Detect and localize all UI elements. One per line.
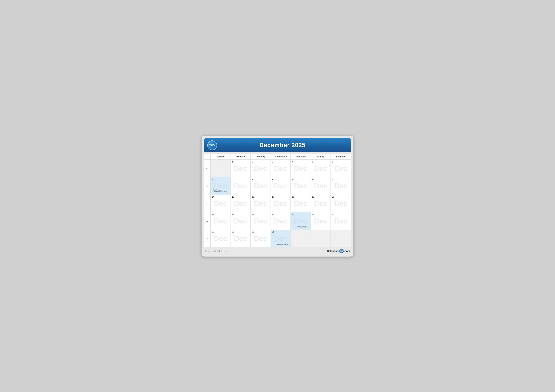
day-cell[interactable]: 21Dec (211, 212, 231, 230)
watermark-text: Dec (234, 234, 247, 243)
watermark-text: Dec (234, 217, 247, 225)
day-cell[interactable]: 22Dec (231, 212, 251, 230)
watermark-text: Dec (254, 217, 267, 225)
watermark-text: Dec (334, 199, 347, 208)
calendar-week-row: 5221Dec22Dec23Dec24Dec25DecChristmas Day… (204, 212, 351, 230)
footer-brand-prefix: Calendar- (327, 250, 339, 253)
calendar-container: SundayMondayTuesdayWednesdayThursdayFrid… (204, 154, 351, 247)
day-number: 9 (252, 178, 269, 180)
watermark-text: Dec (314, 164, 327, 173)
watermark-text: Dec (254, 182, 267, 190)
day-number: 28 (212, 231, 229, 233)
day-number: 29 (232, 231, 249, 233)
watermark-text: Dec (314, 199, 327, 208)
day-cell[interactable]: 16Dec (251, 195, 271, 212)
day-number: 21 (212, 213, 229, 216)
day-number: 7 (212, 178, 229, 180)
day-number: 14 (212, 196, 229, 198)
week-number-cell: 52 (204, 212, 211, 230)
day-cell[interactable]: 8Dec (231, 177, 251, 195)
day-cell[interactable]: 4Dec (291, 160, 311, 177)
watermark-text: Dec (214, 199, 227, 208)
day-header-tuesday: Tuesday (251, 154, 271, 159)
day-cell[interactable]: 27Dec (331, 212, 351, 230)
day-cell[interactable] (331, 230, 351, 247)
day-cell[interactable]: 18Dec (291, 195, 311, 212)
calendar-week-row: 128Dec29Dec30Dec31DecNew Year's Eve (204, 230, 351, 247)
calendar-body: 491Dec2Dec3Dec4Dec5Dec6Dec507DecPearl Ha… (204, 160, 351, 247)
day-cell[interactable] (311, 230, 331, 247)
day-number: 10 (272, 178, 289, 180)
day-cell[interactable]: 25DecChristmas Day (291, 212, 311, 230)
day-number: 13 (332, 178, 350, 180)
day-number: 26 (312, 213, 329, 216)
footer: December 2025 Calendar Calendar- 365 .co… (204, 247, 351, 254)
day-cell[interactable]: 10Dec (271, 177, 291, 195)
day-number: 27 (332, 213, 350, 216)
day-number: 1 (232, 161, 249, 163)
watermark-text: Dec (294, 164, 307, 173)
day-header-wednesday: Wednesday (271, 154, 291, 159)
day-cell[interactable]: 31DecNew Year's Eve (271, 230, 291, 247)
watermark-text: Dec (254, 234, 267, 243)
watermark-text: Dec (294, 217, 307, 225)
day-number: 15 (232, 196, 249, 198)
watermark-text: Dec (214, 217, 227, 225)
day-cell[interactable]: 1Dec (231, 160, 251, 177)
day-cell[interactable]: 26Dec (311, 212, 331, 230)
footer-left-text: December 2025 Calendar (205, 250, 227, 252)
watermark-text: Dec (254, 199, 267, 208)
day-cell[interactable]: 29Dec (231, 230, 251, 247)
day-cell[interactable]: 3Dec (271, 160, 291, 177)
day-cell[interactable]: 30Dec (251, 230, 271, 247)
day-cell[interactable]: 7DecPearl Harbor Remembrance Day (211, 177, 231, 195)
watermark-text: Dec (274, 199, 287, 208)
watermark-text: Dec (254, 164, 267, 173)
day-headers-row: SundayMondayTuesdayWednesdayThursdayFrid… (204, 154, 351, 160)
day-cell[interactable]: 28Dec (211, 230, 231, 247)
day-cell[interactable] (211, 160, 231, 177)
day-cell[interactable]: 9Dec (251, 177, 271, 195)
day-number: 8 (232, 178, 249, 180)
day-number: 3 (272, 161, 289, 163)
week-number-cell: 49 (204, 160, 211, 177)
day-number: 20 (332, 196, 350, 198)
day-cell[interactable]: 14Dec (211, 195, 231, 212)
day-number: 17 (272, 196, 289, 198)
day-cell[interactable]: 23Dec (251, 212, 271, 230)
day-cell[interactable]: 12Dec (311, 177, 331, 195)
day-number: 31 (272, 231, 289, 233)
day-header-saturday: Saturday (331, 154, 351, 159)
day-cell[interactable]: 2Dec (251, 160, 271, 177)
day-cell[interactable]: 13Dec (331, 177, 351, 195)
day-cell[interactable]: 19Dec (311, 195, 331, 212)
watermark-text: Dec (234, 182, 247, 190)
day-number: 24 (272, 213, 289, 216)
day-cell[interactable]: 17Dec (271, 195, 291, 212)
day-number: 16 (252, 196, 269, 198)
watermark-text: Dec (334, 164, 347, 173)
watermark-text: Dec (234, 164, 247, 173)
day-number: 30 (252, 231, 269, 233)
day-cell[interactable]: 5Dec (311, 160, 331, 177)
calendar-week-row: 507DecPearl Harbor Remembrance Day8Dec9D… (204, 177, 351, 195)
holiday-label: Pearl Harbor Remembrance Day (213, 189, 228, 193)
watermark-text: Dec (334, 182, 347, 190)
day-header-monday: Monday (231, 154, 251, 159)
day-number: 12 (312, 178, 329, 180)
day-number: 2 (252, 161, 269, 163)
day-cell[interactable]: 6Dec (331, 160, 351, 177)
day-cell[interactable]: 11Dec (291, 177, 311, 195)
watermark-text: Dec (234, 199, 247, 208)
watermark-text: Dec (214, 234, 227, 243)
day-cell[interactable] (291, 230, 311, 247)
holiday-label: New Year's Eve (276, 243, 288, 245)
watermark-text: Dec (334, 217, 347, 225)
day-number: 23 (252, 213, 269, 216)
day-number: 4 (292, 161, 309, 163)
day-header-sunday: Sunday (211, 154, 231, 159)
day-cell[interactable]: 20Dec (331, 195, 351, 212)
day-cell[interactable]: 15Dec (231, 195, 251, 212)
week-number-cell: 1 (204, 230, 211, 247)
day-cell[interactable]: 24Dec (271, 212, 291, 230)
